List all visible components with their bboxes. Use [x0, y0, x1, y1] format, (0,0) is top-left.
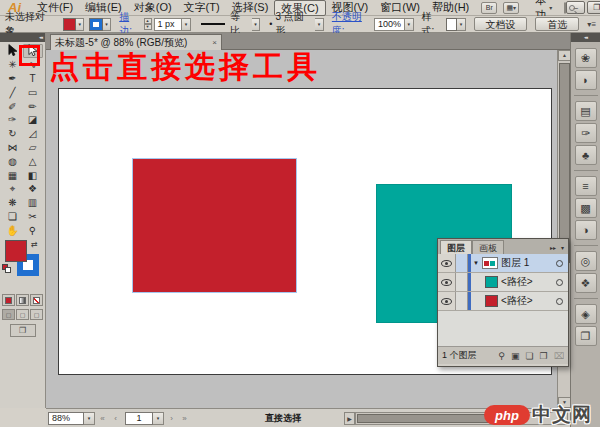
- close-tab-icon[interactable]: ×: [212, 38, 217, 47]
- expand-caret-icon[interactable]: ▼: [473, 260, 479, 266]
- style-dropdown[interactable]: ▾: [457, 18, 466, 31]
- gradient-button[interactable]: [16, 294, 29, 306]
- layer-row[interactable]: ▼ 图层 1: [438, 254, 568, 273]
- blend-tool[interactable]: ❖: [23, 182, 43, 196]
- dock-expand-icon[interactable]: ◂◂: [571, 33, 600, 42]
- gradient-tool[interactable]: ◧: [23, 168, 43, 182]
- stroke-panel-icon[interactable]: ≡: [575, 176, 597, 196]
- rectangle-tool[interactable]: ▭: [23, 85, 43, 99]
- zoom-level-dropdown[interactable]: ▾: [84, 412, 95, 425]
- rotate-tool[interactable]: ↻: [3, 127, 23, 141]
- menu-window[interactable]: 窗口(W): [374, 0, 426, 16]
- layer-row[interactable]: <路径>: [438, 292, 568, 311]
- free-transform-tool[interactable]: ▱: [23, 141, 43, 155]
- eye-icon[interactable]: [441, 298, 452, 305]
- preferences-button[interactable]: 首选项: [535, 17, 579, 31]
- symbols-panel-icon[interactable]: ♣: [575, 145, 597, 165]
- target-circle-icon[interactable]: [556, 298, 563, 305]
- type-tool[interactable]: T: [23, 72, 43, 86]
- new-sublayer-icon[interactable]: ❏: [525, 351, 533, 361]
- lock-cell[interactable]: [456, 292, 468, 310]
- search-input[interactable]: [564, 2, 566, 14]
- brushes-panel-icon[interactable]: ✑: [575, 123, 597, 143]
- restore-button[interactable]: ❐: [587, 1, 600, 14]
- opacity-input[interactable]: 100%: [374, 18, 405, 31]
- zoom-tool[interactable]: ⚲: [23, 223, 43, 237]
- stroke-weight-dropdown[interactable]: ▾: [182, 18, 191, 31]
- graphic-styles-panel-icon[interactable]: ❖: [575, 273, 597, 293]
- symbol-sprayer-tool[interactable]: ❋: [3, 196, 23, 210]
- layer-name[interactable]: 图层 1: [501, 256, 529, 270]
- layer-row[interactable]: <路径>: [438, 273, 568, 292]
- screen-mode-button[interactable]: ❐: [10, 324, 36, 337]
- eyedropper-tool[interactable]: ⌖: [3, 182, 23, 196]
- layer-name[interactable]: <路径>: [501, 275, 533, 289]
- arrange-documents-button[interactable]: ▦▾: [503, 2, 519, 14]
- color-panel-icon[interactable]: ❀: [575, 48, 597, 68]
- pen-tool[interactable]: ✒: [3, 72, 23, 86]
- gradient-panel-icon[interactable]: ▩: [575, 198, 597, 218]
- lock-cell[interactable]: [456, 254, 468, 272]
- slice-tool[interactable]: ✂: [23, 210, 43, 224]
- appearance-panel-icon[interactable]: ◎: [575, 251, 597, 271]
- line-segment-tool[interactable]: ╱: [3, 85, 23, 99]
- menu-type[interactable]: 文字(T): [178, 0, 226, 16]
- artboards-panel-icon[interactable]: ❐: [575, 326, 597, 346]
- blob-brush-tool[interactable]: ✑: [3, 113, 23, 127]
- none-button[interactable]: [30, 294, 43, 306]
- next-artboard-button[interactable]: ›: [166, 412, 177, 425]
- stroke-weight-input[interactable]: 1 px: [154, 18, 183, 31]
- default-fill-stroke-icon[interactable]: [2, 264, 11, 273]
- draw-normal-button[interactable]: ▢: [2, 309, 15, 320]
- width-tool[interactable]: ⋈: [3, 141, 23, 155]
- transparency-panel-icon[interactable]: ◑: [575, 220, 597, 240]
- scale-tool[interactable]: ◿: [23, 127, 43, 141]
- visibility-cell[interactable]: [438, 273, 456, 291]
- stroke-color-dropdown[interactable]: ▾: [103, 18, 112, 31]
- shape-builder-tool[interactable]: ◍: [3, 154, 23, 168]
- fill-color-box[interactable]: [5, 240, 27, 262]
- mesh-tool[interactable]: ▦: [3, 168, 23, 182]
- paintbrush-tool[interactable]: ✐: [3, 99, 23, 113]
- column-graph-tool[interactable]: ▥: [23, 196, 43, 210]
- panel-menu-icon[interactable]: ▾: [561, 244, 564, 251]
- visibility-cell[interactable]: [438, 254, 456, 272]
- red-rectangle-shape[interactable]: [132, 158, 297, 293]
- color-button[interactable]: [2, 294, 15, 306]
- brush-definition-dropdown[interactable]: ▾: [315, 18, 324, 31]
- bridge-button[interactable]: Br: [481, 2, 497, 14]
- target-circle-icon[interactable]: [556, 279, 563, 286]
- layer-name[interactable]: <路径>: [501, 294, 533, 308]
- first-artboard-button[interactable]: «: [97, 412, 108, 425]
- document-setup-button[interactable]: 文档设置: [474, 17, 528, 31]
- vertical-scrollbar-thumb[interactable]: [559, 63, 570, 263]
- artboard-tool[interactable]: ❏: [3, 210, 23, 224]
- document-tab[interactable]: 未标题-5* @ 88% (RGB/预览) ×: [50, 34, 222, 50]
- draw-behind-button[interactable]: ▢: [16, 309, 29, 320]
- locate-object-icon[interactable]: ⚲: [498, 351, 505, 361]
- swap-fill-stroke-icon[interactable]: ⇄: [31, 240, 38, 249]
- color-guide-panel-icon[interactable]: ◗: [575, 70, 597, 90]
- draw-inside-button[interactable]: ▢: [30, 309, 43, 320]
- panel-collapse-icon[interactable]: ▸▸: [550, 244, 556, 251]
- stroke-weight-stepper[interactable]: ▲ ▼: [144, 18, 152, 30]
- fill-color-swatch[interactable]: [63, 18, 76, 31]
- eye-icon[interactable]: [441, 260, 452, 267]
- swatches-panel-icon[interactable]: ▤: [575, 101, 597, 121]
- new-layer-icon[interactable]: ❐: [540, 351, 548, 361]
- pencil-tool[interactable]: ✏: [23, 99, 43, 113]
- opacity-dropdown[interactable]: ▾: [405, 18, 414, 31]
- target-circle-icon[interactable]: [556, 260, 563, 267]
- tab-layers[interactable]: 图层: [440, 240, 472, 254]
- artboard-number-dropdown[interactable]: ▾: [153, 412, 164, 425]
- lock-cell[interactable]: [456, 273, 468, 291]
- tools-panel-collapse-icon[interactable]: ◂◂: [0, 33, 45, 42]
- stepper-down-icon[interactable]: ▼: [144, 24, 152, 30]
- dock-toggle-icon[interactable]: ≡: [591, 20, 596, 29]
- make-clipping-mask-icon[interactable]: ▣: [511, 351, 520, 361]
- fill-color-dropdown[interactable]: ▾: [76, 18, 85, 31]
- tab-artboards[interactable]: 画板: [472, 240, 504, 254]
- perspective-grid-tool[interactable]: △: [23, 154, 43, 168]
- style-swatch[interactable]: [446, 18, 457, 31]
- last-artboard-button[interactable]: »: [179, 412, 190, 425]
